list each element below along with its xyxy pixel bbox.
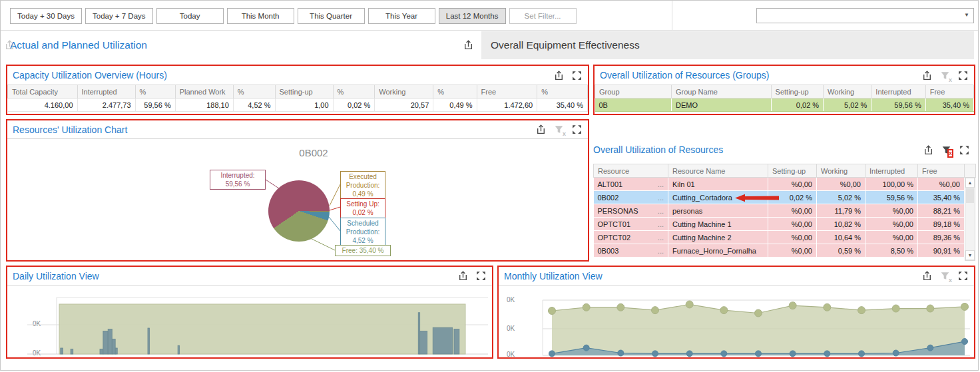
- export-icon[interactable]: [921, 70, 933, 81]
- column-header[interactable]: Group Name: [671, 85, 771, 98]
- this-year-button[interactable]: This Year: [368, 8, 435, 24]
- column-header[interactable]: Free: [925, 85, 973, 98]
- total-capacity-value: 4.160,00: [8, 98, 78, 112]
- pie-chart[interactable]: [268, 180, 330, 242]
- tab-actual-and-planned-utilization[interactable]: Actual and Planned Utilization: [1, 31, 480, 59]
- column-header[interactable]: Group: [595, 85, 672, 98]
- row-ellipsis-button[interactable]: ...: [658, 247, 664, 255]
- export-icon[interactable]: [921, 270, 933, 281]
- chevron-down-icon[interactable]: ▼: [964, 12, 969, 18]
- panel-title: Capacity Utilization Overview (Hours): [13, 70, 167, 81]
- export-icon[interactable]: [463, 39, 474, 51]
- export-icon[interactable]: [4, 39, 15, 51]
- export-icon[interactable]: [457, 270, 469, 281]
- maximize-icon[interactable]: [957, 70, 969, 81]
- table-row[interactable]: 0B DEMO 0,02 % 5,02 % 59,56 % 35,40 %: [595, 98, 974, 112]
- red-annotation-arrow: [735, 194, 779, 202]
- today-button[interactable]: Today: [156, 8, 224, 24]
- table-row[interactable]: ALT001... Kiln 01 %0,00 %0,00 100,00 % %…: [594, 178, 976, 191]
- column-header[interactable]: %: [433, 85, 477, 98]
- maximize-icon[interactable]: [957, 270, 969, 281]
- groups-table: Group Group Name Setting-up Working Inte…: [595, 85, 974, 112]
- maximize-icon[interactable]: [959, 144, 970, 156]
- table-row[interactable]: PERSONAS... personas %0,00 11,79 % %0,00…: [594, 204, 976, 218]
- interrupted-value: 2.477,73: [77, 98, 135, 112]
- today-plus-7-days-button[interactable]: Today + 7 Days: [85, 8, 153, 24]
- row-ellipsis-button[interactable]: ...: [658, 234, 664, 242]
- column-header[interactable]: Interrupted: [865, 164, 918, 178]
- table-row[interactable]: OPTCT01... Cutting Machine 1 %0,00 10,82…: [594, 218, 976, 231]
- column-header[interactable]: Resource: [594, 164, 668, 178]
- column-header[interactable]: Working: [817, 164, 865, 178]
- tab-overall-equipment-effectiveness[interactable]: Overall Equipment Effectiveness: [481, 31, 974, 59]
- inactive-tab-label: Overall Equipment Effectiveness: [491, 39, 640, 51]
- scrollbar-thumb[interactable]: [966, 188, 974, 203]
- clear-filter-icon[interactable]: x: [939, 270, 951, 281]
- today-plus-30-days-button[interactable]: Today + 30 Days: [10, 8, 82, 24]
- clear-filter-icon[interactable]: x: [553, 124, 565, 135]
- maximize-icon[interactable]: [475, 270, 487, 281]
- column-header[interactable]: %: [333, 85, 375, 98]
- column-header[interactable]: %: [537, 85, 588, 98]
- panel-title: Daily Utilization View: [13, 271, 99, 281]
- pie-label-setting-up: Setting Up:0,02 %: [340, 198, 385, 218]
- maximize-icon[interactable]: [571, 124, 583, 135]
- capacity-utilization-overview-panel: Capacity Utilization Overview (Hours) To…: [6, 65, 589, 115]
- row-ellipsis-button[interactable]: ...: [658, 194, 664, 202]
- clear-filter-icon[interactable]: x: [939, 70, 951, 81]
- this-month-button[interactable]: This Month: [227, 8, 294, 24]
- row-ellipsis-button[interactable]: ...: [658, 207, 664, 215]
- set-filter-button[interactable]: Set Filter...: [509, 8, 577, 24]
- last-12-months-button[interactable]: Last 12 Months: [439, 8, 506, 24]
- setting-up-value: 1,00: [275, 98, 333, 112]
- column-header[interactable]: Free: [477, 85, 537, 98]
- panel-title: Resources' Utilization Chart: [13, 124, 127, 135]
- interrupted-pct: 59,56 %: [135, 98, 175, 112]
- pie-label-free: Free: 35,40 %: [335, 245, 391, 256]
- group-name: DEMO: [671, 98, 771, 112]
- date-range-buttons: Today + 30 Days Today + 7 Days Today Thi…: [10, 8, 577, 24]
- column-header[interactable]: Setting-up: [771, 85, 824, 98]
- clear-filter-active-icon[interactable]: x: [941, 144, 952, 156]
- column-header[interactable]: Planned Work: [175, 85, 233, 98]
- column-header[interactable]: Interrupted: [871, 85, 925, 98]
- dashboard-tabs: Actual and Planned Utilization Overall E…: [1, 31, 978, 59]
- export-icon[interactable]: [535, 124, 547, 135]
- filter-toolbar: Today + 30 Days Today + 7 Days Today Thi…: [1, 1, 978, 31]
- column-header-spacer: [965, 164, 976, 178]
- active-tab-label: Actual and Planned Utilization: [10, 39, 147, 51]
- column-header[interactable]: Setting-up: [768, 164, 817, 178]
- daily-area-chart: [7, 285, 492, 357]
- scroll-down-button[interactable]: ▼: [965, 250, 975, 260]
- column-header[interactable]: Free: [918, 164, 965, 178]
- toolbar-divider: [672, 1, 672, 31]
- this-quarter-button[interactable]: This Quarter: [298, 8, 365, 24]
- row-ellipsis-button[interactable]: ...: [658, 220, 664, 228]
- groups-utilization-panel: Overall Utilization of Resources (Groups…: [593, 65, 975, 115]
- dashboard-selector-dropdown[interactable]: ▼: [756, 8, 974, 23]
- column-header[interactable]: Setting-up: [275, 85, 333, 98]
- pie-label-scheduled-production: ScheduledProduction:4,52 %: [340, 218, 385, 246]
- column-header[interactable]: Working: [375, 85, 433, 98]
- pie-label-executed-production: ExecutedProduction:0,49 %: [340, 171, 385, 200]
- panel-title: Monthly Utilization View: [504, 271, 603, 281]
- export-icon[interactable]: [923, 144, 934, 156]
- column-header[interactable]: %: [135, 85, 175, 98]
- maximize-icon[interactable]: [571, 70, 583, 81]
- resources-utilization-chart-panel: Resources' Utilization Chart x 0B002 Int…: [6, 119, 589, 262]
- column-header[interactable]: Interrupted: [77, 85, 135, 98]
- monthly-utilization-view-panel: Monthly Utilization View x 0K 0K 0K: [497, 266, 975, 359]
- table-row[interactable]: 0B003... Furnace_Horno_Fornalha %0,00 0,…: [594, 244, 976, 258]
- resources-utilization-panel: Overall Utilization of Resources x Resou…: [593, 140, 975, 262]
- vertical-scrollbar[interactable]: ▲ ▼: [965, 177, 975, 261]
- column-header[interactable]: Total Capacity: [8, 85, 78, 98]
- table-row[interactable]: OPTCT02... Cutting Machine 2 %0,00 10,64…: [594, 231, 976, 244]
- column-header[interactable]: Resource Name: [668, 164, 768, 178]
- resources-table: Resource Resource Name Setting-up Workin…: [593, 164, 976, 258]
- export-icon[interactable]: [553, 70, 565, 81]
- scroll-up-button[interactable]: ▲: [965, 178, 975, 188]
- column-header[interactable]: Working: [824, 85, 871, 98]
- row-ellipsis-button[interactable]: ...: [658, 180, 664, 188]
- column-header[interactable]: %: [233, 85, 275, 98]
- table-row[interactable]: 0B002... Cutting_Cortadora 0,02 % 5,02 %…: [594, 191, 976, 204]
